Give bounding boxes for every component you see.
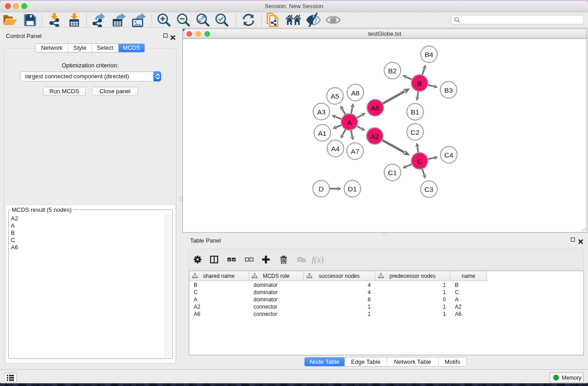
result-item[interactable]: C <box>9 237 163 244</box>
column-header-successor-nodes[interactable]: successor nodes <box>304 271 375 281</box>
tab-edge-table[interactable]: Edge Table <box>345 357 387 366</box>
edge-A6-B[interactable] <box>382 91 405 104</box>
edge-A-A7[interactable] <box>351 130 353 137</box>
import-table-button[interactable] <box>67 12 82 28</box>
network-canvas[interactable]: B4B2BB3B1A5A8A6A3AA1C2A2A4A7C4CC1C3DD1 <box>183 39 587 232</box>
edge-A2-C[interactable] <box>382 140 405 152</box>
import-network-icon <box>47 13 62 27</box>
edge-A-A2[interactable] <box>357 126 362 129</box>
zoom-in-icon <box>157 13 171 27</box>
close-panel-button[interactable]: Close panel <box>92 87 138 96</box>
table-panel-close-icon[interactable] <box>578 238 583 242</box>
column-header-name[interactable]: name <box>450 271 487 281</box>
tab-network[interactable]: Network <box>36 44 68 52</box>
deselect-all-button[interactable] <box>244 249 254 270</box>
node-label-A7: A7 <box>351 148 359 155</box>
edge-C-C3[interactable] <box>422 169 425 175</box>
plus-icon <box>262 256 270 263</box>
import-network-button[interactable] <box>47 12 62 28</box>
edge-C-C1[interactable] <box>406 164 412 167</box>
refresh-button[interactable] <box>241 12 256 28</box>
table-settings-button[interactable] <box>193 249 202 270</box>
edge-B-B3[interactable] <box>428 85 434 86</box>
tab-style[interactable]: Style <box>68 44 92 52</box>
table-header: shared nameMCDS rolesuccessor nodesprede… <box>189 271 487 281</box>
export-network-button[interactable] <box>91 12 107 28</box>
run-mcds-button[interactable]: Run MCDS <box>43 87 86 96</box>
search-input[interactable] <box>462 16 580 24</box>
table-panel-tabs: Node TableEdge TableNetwork TableMotifs <box>304 357 467 367</box>
zoom-out-button[interactable] <box>176 12 191 28</box>
main-toolbar <box>0 12 588 28</box>
table-row[interactable]: Bdominator41B <box>189 281 488 289</box>
zoom-fit-button[interactable] <box>196 12 210 28</box>
hide-details-button[interactable] <box>306 12 321 28</box>
home-layout-button[interactable] <box>286 12 301 28</box>
table-row[interactable]: Cdominator41C <box>189 289 488 296</box>
cell-MCDS-role: connector <box>249 303 304 310</box>
toggle-panes-button[interactable] <box>210 249 219 270</box>
edge-A-A6[interactable] <box>357 115 362 118</box>
column-header-MCDS-role[interactable]: MCDS role <box>249 271 304 281</box>
table-row[interactable]: Adominator80A <box>189 296 488 303</box>
zoom-in-button[interactable] <box>156 12 172 28</box>
cell-successor-nodes: 4 <box>304 289 375 296</box>
edge-B-B2[interactable] <box>406 77 412 80</box>
control-panel-float-icon[interactable] <box>163 33 167 38</box>
clone-network-button[interactable] <box>266 12 281 28</box>
cell-name: A6 <box>450 310 487 318</box>
table-panel-float-icon[interactable] <box>571 238 575 242</box>
mcds-result-list[interactable]: A2ABCA6 <box>9 210 172 358</box>
export-table-button[interactable] <box>111 12 127 28</box>
result-item[interactable]: A2 <box>9 215 163 222</box>
edge-A-A4[interactable] <box>342 129 345 135</box>
edge-A-A3[interactable] <box>335 117 341 119</box>
zoom-selected-button[interactable] <box>215 12 229 28</box>
edge-A-A5[interactable] <box>342 109 345 114</box>
result-item[interactable]: A <box>9 222 163 229</box>
edge-A-A8[interactable] <box>351 107 353 114</box>
tab-network-table[interactable]: Network Table <box>387 357 439 366</box>
cell-successor-nodes: 4 <box>304 281 375 289</box>
tab-node-table[interactable]: Node Table <box>305 357 345 366</box>
edge-B-B4[interactable] <box>422 68 425 75</box>
edge-C-C4[interactable] <box>428 158 435 159</box>
split-columns-icon <box>210 256 218 263</box>
table-row[interactable]: A2connector11A2 <box>189 303 488 310</box>
focused-corner-marker <box>183 29 186 32</box>
save-session-button[interactable] <box>22 12 38 28</box>
export-image-button[interactable] <box>131 12 147 28</box>
column-header-predecessor-nodes[interactable]: predecessor nodes <box>375 271 450 281</box>
main-area: Control Panel Optimization criterion: la… <box>0 28 588 369</box>
function-builder-button-disabled[interactable]: f(x) <box>311 249 325 270</box>
open-session-button[interactable] <box>2 12 18 28</box>
tab-select[interactable]: Select <box>92 44 119 52</box>
resize-grip-icon[interactable] <box>581 226 586 232</box>
control-panel-close-icon[interactable] <box>171 33 175 38</box>
cell-shared-name: A2 <box>189 303 249 310</box>
edge-B-B1[interactable] <box>417 91 418 97</box>
result-item[interactable]: B <box>9 229 163 237</box>
cell-successor-nodes: 1 <box>304 310 375 318</box>
hide-eye-icon <box>306 13 321 27</box>
delete-table-button-disabled[interactable] <box>296 249 306 270</box>
cell-name: A2 <box>450 303 487 310</box>
column-header-shared-name[interactable]: shared name <box>189 271 249 281</box>
tab-mcds[interactable]: MCDS <box>119 44 144 52</box>
task-history-button[interactable] <box>4 373 17 382</box>
criterion-dropdown[interactable]: largest connected component (directed) <box>20 71 161 81</box>
search-box[interactable] <box>451 15 584 24</box>
result-item[interactable]: A6 <box>9 244 163 251</box>
memory-button[interactable]: Memory <box>550 372 583 383</box>
show-details-button[interactable] <box>325 12 341 28</box>
result-scrollbar[interactable] <box>165 214 171 357</box>
mcds-panel: Optimization criterion: largest connecte… <box>4 48 177 364</box>
edge-A-A1[interactable] <box>336 125 342 127</box>
select-all-button[interactable] <box>226 249 236 270</box>
edge-C-C2[interactable] <box>417 147 418 153</box>
gear-icon <box>194 256 201 263</box>
tab-motifs[interactable]: Motifs <box>439 357 466 366</box>
delete-column-button[interactable] <box>279 249 288 270</box>
table-row[interactable]: A6connector11A6 <box>189 310 488 318</box>
add-column-button[interactable] <box>261 249 270 270</box>
